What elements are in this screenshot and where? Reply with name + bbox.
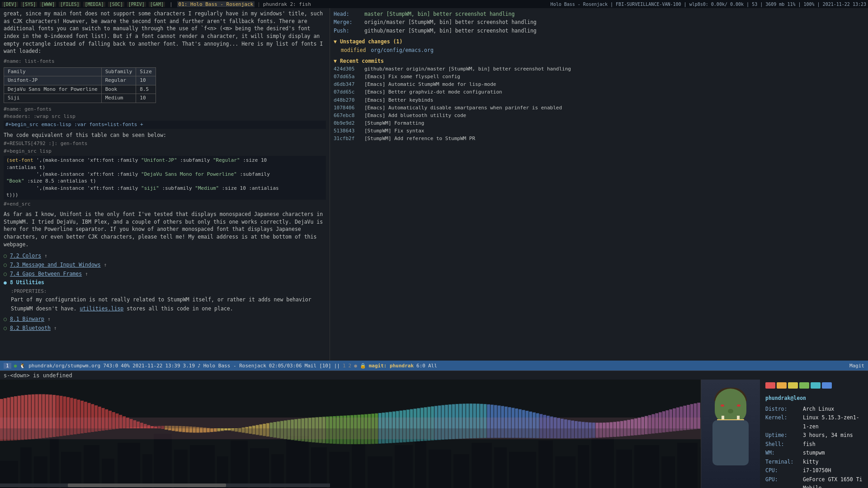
right-panel: Head: master [StumpWM, bin] better scree… bbox=[330, 8, 868, 361]
section-81-link[interactable]: 8.1 Binwarp bbox=[10, 316, 44, 322]
status-time: 13:39 bbox=[165, 363, 180, 369]
status-line-col: 6:0 bbox=[416, 363, 425, 369]
sysinfo-username: phundrak@leon bbox=[765, 394, 863, 403]
results-line: #+RESULTS[4792 :]: gen-fonts bbox=[4, 140, 326, 148]
avatar-image bbox=[701, 380, 760, 488]
swatch-4 bbox=[799, 382, 809, 389]
swatch-1 bbox=[765, 382, 775, 389]
status-time2: 02:05/03:06 bbox=[269, 363, 302, 369]
head-value: master [StumpWM, bin] better screenshot … bbox=[364, 11, 514, 17]
commit-row: 07dd65a[Emacs] Fix some flyspell config bbox=[334, 73, 864, 80]
tag-priv[interactable]: [PRIV] bbox=[127, 2, 146, 7]
avatar-nose bbox=[728, 409, 733, 413]
status-indicator-1: 1 bbox=[343, 363, 346, 369]
commit-row: 5138643[StumpWM] Fix syntax bbox=[334, 127, 864, 135]
font-subfamily-3: Medium bbox=[101, 94, 136, 103]
status-date: 2021-11-22 bbox=[132, 363, 162, 369]
scrollbar-thumb[interactable] bbox=[68, 483, 226, 487]
tag-soc[interactable]: [SOC] bbox=[108, 2, 124, 7]
sysinfo-terminal-row: Terminal: kitty bbox=[765, 458, 863, 467]
swatch-3 bbox=[788, 382, 798, 389]
sysinfo-cpu-row: CPU: i7-10750H bbox=[765, 466, 863, 475]
commit-row: d6db347[Emacs] Automatic StumpWM mode fo… bbox=[334, 80, 864, 88]
commit-row: 424d305github/master origin/master [Stum… bbox=[334, 65, 864, 73]
tag-sys[interactable]: [SYS] bbox=[21, 2, 37, 7]
status-zoom: 3.19 bbox=[183, 363, 195, 369]
avatar-eye-left bbox=[721, 404, 724, 407]
commit-row: 0b9e9d2[StumpWM] Formatting bbox=[334, 119, 864, 127]
music-note-icon: ♪ bbox=[198, 363, 201, 369]
commit-row: 667ebc8[Emacs] Add bluetooth utility cod… bbox=[334, 112, 864, 119]
end-src: #+end_src bbox=[4, 201, 326, 208]
status-right-mode: Magit bbox=[849, 363, 864, 369]
font-size-2: 8.5 bbox=[136, 85, 156, 94]
tag-files[interactable]: [FILES] bbox=[59, 2, 80, 7]
section-82-link[interactable]: 8.2 Bluetooth bbox=[10, 325, 51, 331]
font-size-1: 10 bbox=[136, 76, 156, 85]
sysinfo-distro-row: Distro: Arch Linux bbox=[765, 405, 863, 414]
status-all: All bbox=[428, 363, 437, 369]
intro-paragraph: great, since my main font does not suppo… bbox=[4, 10, 326, 55]
sysinfo-text: phundrak@leon Distro: Arch Linux Kernel:… bbox=[760, 390, 868, 488]
code-equiv-text: The code equivalent of this table can be… bbox=[4, 131, 326, 139]
magit-modified-line[interactable]: modified org/config/emacs.org bbox=[341, 46, 864, 54]
sysinfo-panel: phundrak@leon Distro: Arch Linux Kernel:… bbox=[701, 380, 868, 488]
top-right-info: Holo Bass - Rosenjack | FBI-SURVEILLANCE… bbox=[551, 2, 866, 7]
magit-unstaged-header[interactable]: ▼ Unstaged changes (1) bbox=[334, 38, 864, 46]
magit-head: Head: master [StumpWM, bin] better scree… bbox=[334, 10, 864, 18]
tag-media[interactable]: [MEDIA] bbox=[83, 2, 105, 7]
magit-push: Push: github/master [StumpWM, bin] bette… bbox=[334, 27, 864, 35]
sysinfo-gpu1-row: GPU: GeForce GTX 1650 Ti Mobile bbox=[765, 475, 863, 488]
active-tab[interactable]: 01: Holo Bass - Rosenjack bbox=[177, 1, 255, 7]
status-mail: Mail bbox=[305, 363, 317, 369]
fonts-table: Family Subfamily Size Unifont-JP Regular… bbox=[4, 67, 156, 103]
utilities-link[interactable]: utilities.lisp bbox=[80, 305, 123, 312]
commit-row: 07dd65c[Emacs] Better graphviz-dot mode … bbox=[334, 88, 864, 96]
code-block: (set-font ',(make-instance 'xft:font :fa… bbox=[4, 156, 326, 199]
minibuffer: s-<down> is undefined bbox=[0, 371, 868, 380]
magit-recent-header[interactable]: ▼ Recent commits bbox=[334, 57, 864, 65]
swatch-6 bbox=[822, 382, 832, 389]
top-bar: [DEV] [SYS] [WWW] [FILES] [MEDIA] [SOC] … bbox=[0, 0, 868, 8]
sysinfo-uptime-row: Uptime: 3 hours, 34 mins bbox=[765, 431, 863, 440]
section-8-link[interactable]: 8 Utilities bbox=[10, 279, 44, 286]
status-penguin: 🐧 bbox=[19, 363, 26, 369]
status-coords: 743:0 bbox=[103, 363, 118, 369]
section-72-link[interactable]: 7.2 Colors bbox=[10, 253, 41, 259]
audio-visualizer bbox=[0, 380, 701, 488]
avatar-figure bbox=[703, 384, 758, 483]
section-73-link[interactable]: 7.3 Message and Input Windows bbox=[10, 262, 101, 268]
status-mode: magit: phundrak bbox=[369, 363, 414, 369]
magit-merge: Merge: origin/master [StumpWM, bin] bett… bbox=[334, 18, 864, 26]
sysinfo-wm-row: WM: stumpwm bbox=[765, 449, 863, 458]
main-area: great, since my main font does not suppo… bbox=[0, 8, 868, 361]
horizontal-scrollbar[interactable] bbox=[0, 483, 330, 487]
minibuffer-text: s-<down> is undefined bbox=[4, 372, 72, 379]
push-value: github/master [StumpWM, bin] better scre… bbox=[364, 27, 537, 35]
commits-list: 424d305github/master origin/master [Stum… bbox=[334, 65, 864, 142]
avatar-head bbox=[715, 389, 746, 422]
section-8-props: :PROPERTIES: bbox=[11, 287, 326, 296]
font-subfamily-2: Book bbox=[101, 85, 136, 94]
bottom-section: phundrak@leon Distro: Arch Linux Kernel:… bbox=[0, 380, 868, 488]
status-arrow: ● bbox=[14, 363, 17, 369]
font-subfamily-1: Regular bbox=[101, 76, 136, 85]
status-dot: ● bbox=[354, 363, 357, 369]
tag-dev[interactable]: [DEV] bbox=[2, 2, 18, 7]
status-bar: 1 ● 🐧 phundrak/org/stumpwm.org 743:0 40%… bbox=[0, 361, 868, 371]
status-mail-count: [10] bbox=[319, 363, 331, 369]
status-num: 1 bbox=[4, 363, 11, 369]
tag-gam[interactable]: [GAM] bbox=[149, 2, 165, 7]
swatch-2 bbox=[777, 382, 787, 389]
status-bars: || bbox=[334, 363, 340, 369]
merge-value: origin/master [StumpWM, bin] better scre… bbox=[364, 18, 537, 26]
tab2[interactable]: phundrak 2: fish bbox=[263, 1, 311, 7]
tag-www[interactable]: [WWW] bbox=[40, 2, 56, 7]
section-74-link[interactable]: 7.4 Gaps Between Frames bbox=[10, 271, 82, 277]
commit-row: 1078406[Emacs] Automatically disable sma… bbox=[334, 104, 864, 112]
avatar-eye-right bbox=[737, 404, 741, 407]
status-lock-icon: 🔒 bbox=[360, 363, 366, 369]
table-name-line: #name: list-fonts bbox=[4, 58, 326, 66]
section-8-desc: Part of my configuration is not really r… bbox=[11, 296, 326, 313]
font-family-2: DejaVu Sans Mono for Powerline bbox=[4, 85, 102, 94]
